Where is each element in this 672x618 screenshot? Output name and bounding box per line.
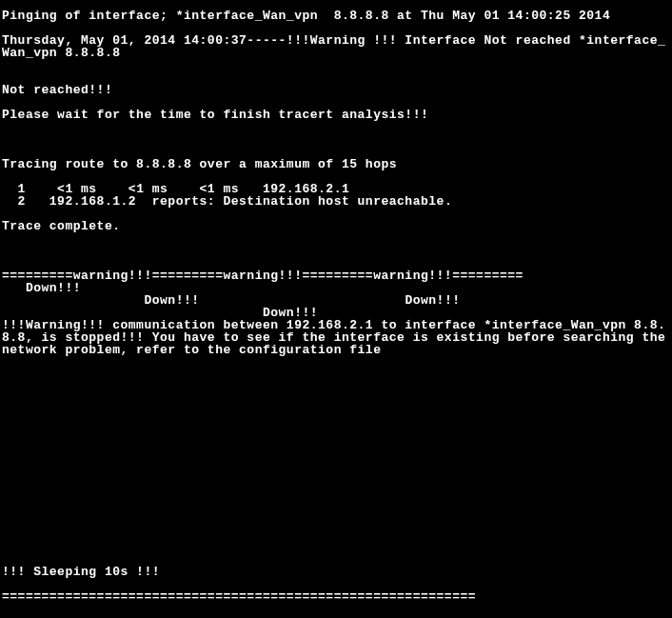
footer-divider: ========================================… (2, 590, 672, 603)
blank (2, 232, 672, 245)
not-reached-status: Not reached!!! (2, 84, 672, 96)
trace-hop-2: 2 192.168.1.2 reports: Destination host … (2, 195, 672, 208)
tracert-wait-message: Please wait for the time to finish trace… (2, 109, 672, 121)
sleeping-message: !!! Sleeping 10s !!! (2, 566, 672, 578)
blank (2, 133, 672, 146)
interface-warning: Thursday, May 01, 2014 14:00:37-----!!!W… (2, 34, 672, 59)
blank-space (2, 356, 672, 566)
trace-complete: Trace complete. (2, 220, 672, 232)
communication-warning: !!!Warning!!! communication between 192.… (2, 319, 672, 356)
trace-heading: Tracing route to 8.8.8.8 over a maximum … (2, 158, 672, 170)
blank (2, 245, 672, 257)
blank (2, 121, 672, 133)
blank (2, 59, 672, 71)
ping-header: Pinging of interface; *interface_Wan_vpn… (2, 10, 672, 22)
